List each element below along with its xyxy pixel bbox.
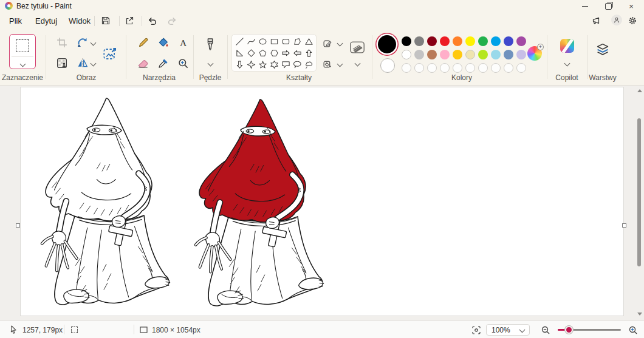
shape-star-4-icon[interactable] [245,59,257,70]
layers-button[interactable] [594,40,612,58]
shape-ellipse-icon[interactable] [257,36,269,47]
palette-color-swatch[interactable] [427,50,437,59]
palette-empty-slot[interactable] [440,63,450,73]
shape-callout-cloud-icon[interactable] [303,59,315,70]
palette-color-swatch[interactable] [491,36,501,46]
shape-line-icon[interactable] [234,36,245,47]
canvas-resize-handle-right[interactable] [622,223,626,228]
shape-outline-button[interactable] [321,36,334,50]
palette-color-swatch[interactable] [478,50,488,59]
scrollbar-thumb[interactable] [637,118,641,266]
canvas-resize-handle-left[interactable] [16,223,20,228]
zoom-level-select[interactable]: 100% [486,324,530,336]
scroll-down-icon[interactable] [637,313,642,316]
shape-lightning-icon[interactable] [245,70,257,72]
redo-button[interactable] [164,13,180,28]
palette-color-swatch[interactable] [453,36,462,46]
palette-empty-slot[interactable] [465,63,475,73]
palette-empty-slot[interactable] [453,63,462,73]
copilot-dropdown[interactable] [563,58,571,68]
stroke-width-button[interactable] [348,39,367,56]
palette-color-swatch[interactable] [414,36,424,46]
close-button[interactable]: × [622,0,641,12]
palette-empty-slot[interactable] [516,63,526,73]
menu-edytuj[interactable]: Edytuj [29,13,63,28]
undo-button[interactable] [144,13,160,28]
palette-empty-slot[interactable] [427,63,437,73]
shape-heart-icon[interactable] [234,70,245,72]
palette-color-swatch[interactable] [516,36,526,46]
shape-star-6-icon[interactable] [269,59,280,70]
shape-polygon-icon[interactable] [292,36,303,47]
copilot-button[interactable] [558,36,576,55]
maximize-button[interactable] [598,0,618,12]
shape-callout-oval-icon[interactable] [292,59,303,70]
palette-empty-slot[interactable] [402,63,411,73]
palette-color-swatch[interactable] [516,50,526,59]
zoom-in-button[interactable] [626,323,640,337]
shape-arrow-left-icon[interactable] [292,47,303,59]
palette-empty-slot[interactable] [478,63,488,73]
remove-background-button[interactable] [55,56,69,70]
color2-swatch[interactable] [380,58,395,73]
shape-triangle-icon[interactable] [303,36,315,47]
palette-color-swatch[interactable] [440,50,450,59]
brushes-dropdown[interactable] [206,58,214,68]
vertical-scrollbar[interactable] [635,86,643,320]
palette-color-swatch[interactable] [504,36,513,46]
palette-color-swatch[interactable] [491,50,501,59]
palette-color-swatch[interactable] [504,50,513,59]
text-tool[interactable]: A [175,35,191,50]
shape-right-triangle-icon[interactable] [234,47,245,59]
shape-pentagon-icon[interactable] [257,47,269,59]
flip-dropdown[interactable] [89,58,97,68]
shape-callout-rectangle-icon[interactable] [280,59,292,70]
save-button[interactable] [98,13,114,28]
resize-image-button[interactable] [100,44,120,64]
drawing-canvas[interactable] [20,87,624,316]
palette-empty-slot[interactable] [504,63,513,73]
shape-diamond-icon[interactable] [245,47,257,59]
shape-curve-icon[interactable] [245,36,257,47]
eraser-tool[interactable] [135,55,151,71]
palette-empty-slot[interactable] [414,63,424,73]
zoom-slider-thumb[interactable] [565,326,573,334]
shape-outline-dropdown[interactable] [335,38,344,48]
shape-fill-dropdown[interactable] [335,59,344,69]
menu-widok[interactable]: Widok [63,13,97,28]
menu-plik[interactable]: Plik [3,13,28,28]
palette-color-swatch[interactable] [465,50,475,59]
rotate-dropdown[interactable] [89,38,97,47]
palette-color-swatch[interactable] [465,36,475,46]
brushes-button[interactable] [202,35,219,53]
scroll-up-icon[interactable] [637,89,642,92]
color-picker-tool[interactable] [155,55,171,71]
stroke-width-dropdown[interactable] [353,58,361,68]
shape-fill-button[interactable] [321,57,334,70]
fill-tool[interactable] [155,35,171,50]
palette-color-swatch[interactable] [427,36,437,46]
shape-rounded-rectangle-icon[interactable] [280,36,292,47]
settings-button[interactable] [625,13,640,28]
palette-color-swatch[interactable] [402,36,411,46]
selection-dropdown[interactable] [18,59,27,69]
flip-button[interactable] [75,56,90,70]
shape-rectangle-icon[interactable] [269,36,280,47]
palette-color-swatch[interactable] [478,36,488,46]
selection-tool-button[interactable] [9,34,36,69]
shape-arrow-right-icon[interactable] [280,47,292,59]
shape-arrow-down-icon[interactable] [234,59,245,70]
palette-color-swatch[interactable] [402,50,411,59]
palette-color-swatch[interactable] [414,50,424,59]
magnifier-tool[interactable] [175,55,191,71]
rotate-button[interactable] [75,35,90,50]
palette-color-swatch[interactable] [453,50,462,59]
crop-button[interactable] [55,35,69,50]
minimize-button[interactable] [575,0,595,12]
pencil-tool[interactable] [135,35,151,50]
zoom-out-button[interactable] [538,323,553,337]
palette-empty-slot[interactable] [491,63,501,73]
fit-to-screen-button[interactable] [469,323,484,337]
account-button[interactable] [611,15,622,25]
shape-star-5-icon[interactable] [257,59,269,70]
